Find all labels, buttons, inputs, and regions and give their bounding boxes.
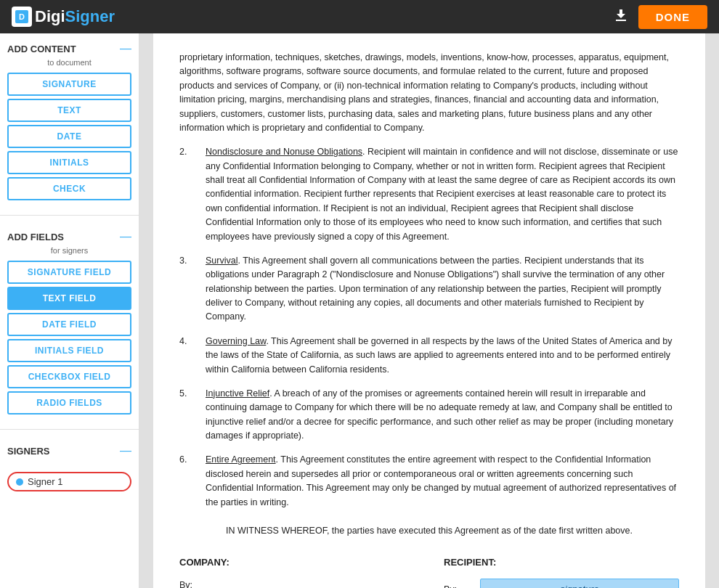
document-text: proprietary information, techniques, ske… xyxy=(179,51,679,588)
add-content-title: ADD CONTENT xyxy=(7,44,76,54)
company-column: COMPANY: By: Name: Title: xyxy=(179,555,415,588)
done-button[interactable]: DONE xyxy=(638,5,707,29)
add-fields-section: ADD FIELDS — for signers SIGNATURE FIELD… xyxy=(0,221,139,423)
add-fields-header: ADD FIELDS — xyxy=(7,230,131,243)
date-button[interactable]: DATE xyxy=(7,125,131,148)
para-4-content: Governing Law. This Agreement shall be g… xyxy=(206,335,679,377)
checkbox-field-button[interactable]: CHECKBOX FIELD xyxy=(7,365,131,388)
download-button[interactable] xyxy=(612,7,630,28)
document-area: proprietary information, techniques, ske… xyxy=(139,33,719,588)
company-by-line xyxy=(216,579,415,588)
signers-header: SIGNERS — xyxy=(7,444,131,457)
recipient-by-field[interactable]: signature xyxy=(480,579,679,588)
logo-digi-text: Digi xyxy=(35,7,65,25)
text-button[interactable]: TEXT xyxy=(7,99,131,122)
add-content-header: ADD CONTENT — xyxy=(7,42,131,55)
signer-1-label: Signer 1 xyxy=(28,476,62,487)
intro-paragraph: proprietary information, techniques, ske… xyxy=(179,51,679,135)
para-3-num: 3. xyxy=(179,254,197,324)
para-3-heading: Survival xyxy=(206,256,237,266)
radio-fields-button[interactable]: RADIO FIELDS xyxy=(7,391,131,415)
initials-field-button[interactable]: INITIALS FIELD xyxy=(7,339,131,362)
signers-section: SIGNERS — xyxy=(0,436,139,466)
add-content-subtitle: to document xyxy=(7,58,131,67)
recipient-by-row: By: signature xyxy=(444,579,679,588)
logo-signer-text: Signer xyxy=(65,7,115,25)
signature-field-button[interactable]: SIGNATURE FIELD xyxy=(7,261,131,284)
paragraph-5: 5. Injunctive Relief. A breach of any of… xyxy=(179,387,679,444)
sidebar: ADD CONTENT — to document SIGNATURE TEXT… xyxy=(0,33,139,588)
para-5-num: 5. xyxy=(179,387,197,444)
signature-button[interactable]: SIGNATURE xyxy=(7,73,131,96)
paragraph-3: 3. Survival. This Agreement shall govern… xyxy=(179,254,679,324)
signers-collapse[interactable]: — xyxy=(120,444,131,457)
add-content-section: ADD CONTENT — to document SIGNATURE TEXT… xyxy=(0,33,139,209)
add-fields-collapse[interactable]: — xyxy=(120,230,131,243)
date-field-button[interactable]: DATE FIELD xyxy=(7,313,131,336)
para-2-heading: Nondisclosure and Nonuse Obligations xyxy=(206,147,362,157)
check-button[interactable]: CHECK xyxy=(7,177,131,200)
header-actions: DONE xyxy=(612,5,707,29)
paragraph-6: 6. Entire Agreement. This Agreement cons… xyxy=(179,453,679,510)
main-layout: ADD CONTENT — to document SIGNATURE TEXT… xyxy=(0,33,719,588)
para-6-content: Entire Agreement. This Agreement constit… xyxy=(206,453,679,510)
para-2-num: 2. xyxy=(179,145,197,244)
para-5-content: Injunctive Relief. A breach of any of th… xyxy=(206,387,679,444)
recipient-label: RECIPIENT: xyxy=(444,555,679,570)
initials-button[interactable]: INITIALS xyxy=(7,151,131,174)
signer-dot xyxy=(16,478,23,486)
add-fields-title: ADD FIELDS xyxy=(7,232,64,242)
sidebar-divider-2 xyxy=(0,429,139,430)
recipient-column: RECIPIENT: By: signature Name: text xyxy=(444,555,679,588)
company-label: COMPANY: xyxy=(179,555,415,570)
signature-area: COMPANY: By: Name: Title: xyxy=(179,555,679,588)
para-4-heading: Governing Law xyxy=(206,336,266,346)
svg-text:D: D xyxy=(19,12,25,21)
signers-title: SIGNERS xyxy=(7,446,50,457)
add-fields-subtitle: for signers xyxy=(7,246,131,255)
witness-paragraph: IN WITNESS WHEREOF, the parties have exe… xyxy=(179,524,679,538)
app-header: D DigiSigner DONE xyxy=(0,0,719,33)
paragraph-4: 4. Governing Law. This Agreement shall b… xyxy=(179,335,679,377)
company-by-label: By: xyxy=(179,579,211,588)
logo-icon: D xyxy=(12,7,32,27)
para-6-num: 6. xyxy=(179,453,197,510)
para-5-heading: Injunctive Relief xyxy=(206,388,269,399)
paragraph-2: 2. Nondisclosure and Nonuse Obligations.… xyxy=(179,145,679,244)
text-field-button[interactable]: TEXT FIELD xyxy=(7,287,131,310)
para-3-content: Survival. This Agreement shall govern al… xyxy=(206,254,679,324)
sidebar-divider-1 xyxy=(0,215,139,216)
company-by-row: By: xyxy=(179,579,415,588)
para-6-heading: Entire Agreement xyxy=(206,454,276,465)
para-4-num: 4. xyxy=(179,335,197,377)
add-content-collapse[interactable]: — xyxy=(120,42,131,55)
para-2-content: Nondisclosure and Nonuse Obligations. Re… xyxy=(206,145,679,244)
logo: D DigiSigner xyxy=(12,7,115,27)
document-page: proprietary information, techniques, ske… xyxy=(153,33,705,588)
signer-1-item[interactable]: Signer 1 xyxy=(7,472,131,491)
recipient-by-label: By: xyxy=(444,583,476,588)
